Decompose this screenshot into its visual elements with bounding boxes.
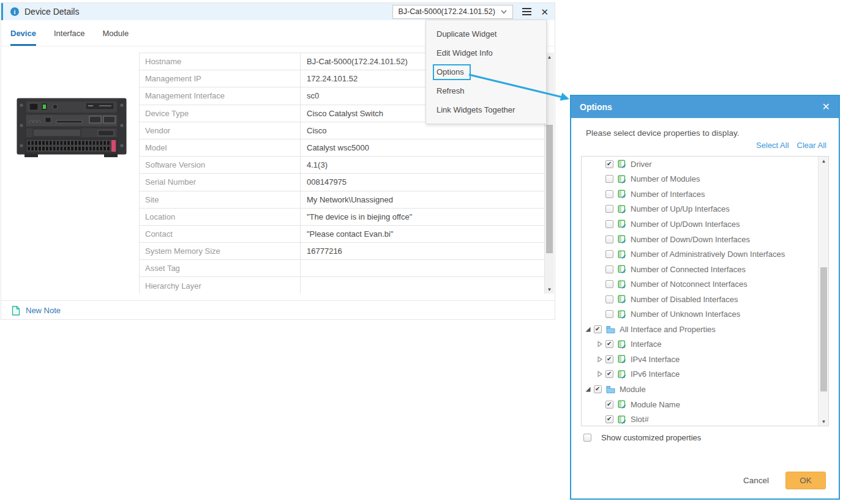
tree-item-label: Number of Modules xyxy=(631,174,700,183)
menu-item-duplicate-widget[interactable]: Duplicate Widget xyxy=(426,24,546,43)
checkbox-driver[interactable] xyxy=(605,160,613,168)
property-label: Vendor xyxy=(140,122,301,139)
property-icon xyxy=(618,400,626,409)
tree-item-label: Interface xyxy=(631,339,662,349)
checkbox-module[interactable] xyxy=(594,385,602,393)
menu-item-link-widgets-together[interactable]: Link Widgets Together xyxy=(426,100,546,119)
tree-item-number-of-connected-interfaces: Number of Connected Interfaces xyxy=(582,262,828,277)
widget-close-icon[interactable]: ✕ xyxy=(541,7,549,17)
property-label: Device Type xyxy=(140,105,301,122)
new-note-label: New Note xyxy=(26,306,61,315)
property-label: System Memory Size xyxy=(140,243,301,259)
tree-item-label: IPv4 Interface xyxy=(631,355,680,364)
checkbox-number-of-connected-interfaces[interactable] xyxy=(605,265,613,273)
property-label: Contact xyxy=(140,226,301,242)
property-icon xyxy=(618,370,626,379)
checkbox-number-of-administratively-down-interfaces[interactable] xyxy=(605,250,613,258)
properties-tree: DriverNumber of ModulesNumber of Interfa… xyxy=(581,156,829,426)
table-row: Serial Number008147975 xyxy=(140,174,544,191)
checkbox-slot[interactable] xyxy=(605,415,613,423)
property-value: 4.1(3) xyxy=(301,157,544,173)
collapse-icon[interactable] xyxy=(584,385,592,393)
checkbox-number-of-up-down-interfaces[interactable] xyxy=(605,220,613,228)
widget-menu-icon[interactable] xyxy=(521,7,533,17)
checkbox-number-of-notconnect-interfaces[interactable] xyxy=(605,280,613,288)
expand-icon[interactable] xyxy=(596,370,604,378)
options-dialog: Options ✕ Please select device propertie… xyxy=(570,95,840,500)
checkbox-number-of-down-down-interfaces[interactable] xyxy=(605,235,613,243)
show-customized-checkbox[interactable] xyxy=(583,434,591,442)
tree-item-module-name: Module Name xyxy=(582,397,828,412)
checkbox-ipv4-interface[interactable] xyxy=(605,355,613,363)
ok-button[interactable]: OK xyxy=(785,472,826,489)
menu-item-edit-widget-info[interactable]: Edit Widget Info xyxy=(426,43,546,62)
tree-item-number-of-unknown-interfaces: Number of Unknown Interfaces xyxy=(582,306,828,322)
property-value xyxy=(301,277,544,294)
tree-item-number-of-up-down-interfaces: Number of Up/Down Interfaces xyxy=(582,217,828,232)
tree-spacer xyxy=(596,310,604,318)
scrollbar-thumb[interactable] xyxy=(546,125,553,253)
tree-spacer xyxy=(596,205,604,213)
property-value: "Please contact Evan.bi" xyxy=(301,226,544,242)
folder-icon xyxy=(606,385,615,393)
tree-item-number-of-modules: Number of Modules xyxy=(582,172,828,187)
property-icon xyxy=(618,280,626,289)
tree-item-ipv4-interface: IPv4 Interface xyxy=(582,352,828,367)
table-row: Contact"Please contact Evan.bi" xyxy=(140,226,544,243)
property-label: Model xyxy=(140,139,301,156)
expand-icon[interactable] xyxy=(596,340,604,348)
tab-device[interactable]: Device xyxy=(10,20,36,46)
checkbox-number-of-disabled-interfaces[interactable] xyxy=(605,295,613,303)
scroll-up-icon[interactable]: ▲ xyxy=(819,157,829,165)
checkbox-module-name[interactable] xyxy=(605,401,613,409)
folder-icon xyxy=(606,325,615,333)
checkbox-number-of-modules[interactable] xyxy=(605,175,613,183)
widget-title: Device Details xyxy=(24,7,79,17)
widget-header: i Device Details BJ-Cat-5000(172.24.101.… xyxy=(1,3,555,20)
tree-item-label: Number of Disabled Interfaces xyxy=(631,295,738,304)
expand-icon[interactable] xyxy=(596,355,604,363)
tab-module[interactable]: Module xyxy=(103,20,129,46)
widget-context-menu: Duplicate WidgetEdit Widget InfoOptionsR… xyxy=(425,20,547,124)
property-icon xyxy=(618,295,626,303)
dialog-close-icon[interactable]: ✕ xyxy=(822,102,830,112)
property-icon xyxy=(618,340,626,349)
table-row: SiteMy Network\Unassigned xyxy=(140,191,544,209)
clear-all-link[interactable]: Clear All xyxy=(797,141,826,150)
checkbox-number-of-up-up-interfaces[interactable] xyxy=(605,205,613,213)
tree-item-label: Number of Down/Down Interfaces xyxy=(631,235,750,244)
scrollbar-thumb[interactable] xyxy=(820,267,827,391)
checkbox-interface[interactable] xyxy=(605,340,613,348)
tree-spacer xyxy=(596,235,604,243)
tree-spacer xyxy=(596,295,604,303)
checkbox-number-of-unknown-interfaces[interactable] xyxy=(605,310,613,318)
select-all-link[interactable]: Select All xyxy=(756,141,789,150)
info-icon: i xyxy=(10,7,19,16)
new-note-button[interactable]: New Note xyxy=(12,306,61,316)
property-label: Site xyxy=(140,191,301,208)
table-row: Asset Tag xyxy=(140,260,544,277)
menu-item-options[interactable]: Options xyxy=(426,62,546,81)
cancel-button[interactable]: Cancel xyxy=(743,476,769,485)
menu-item-refresh[interactable]: Refresh xyxy=(426,81,546,100)
scroll-down-icon[interactable]: ▼ xyxy=(819,417,829,426)
checkbox-number-of-interfaces[interactable] xyxy=(605,190,613,198)
tab-interface[interactable]: Interface xyxy=(54,20,85,46)
property-icon xyxy=(618,160,626,168)
tree-item-label: Module xyxy=(620,385,646,394)
chevron-down-icon xyxy=(500,9,508,15)
scroll-down-icon[interactable]: ▼ xyxy=(545,285,554,294)
device-selector[interactable]: BJ-Cat-5000(172.24.101.52) xyxy=(392,5,513,19)
tree-scrollbar[interactable]: ▲ ▼ xyxy=(818,157,828,426)
tree-item-label: Number of Up/Up Interfaces xyxy=(631,204,730,213)
property-label: Management Interface xyxy=(140,87,301,104)
collapse-icon[interactable] xyxy=(584,325,592,333)
checkbox-all-interface-and-properties[interactable] xyxy=(594,325,602,333)
property-icon xyxy=(618,265,626,273)
tree-item-label: Number of Interfaces xyxy=(631,190,705,199)
checkbox-ipv6-interface[interactable] xyxy=(605,370,613,378)
tree-spacer xyxy=(596,220,604,228)
tree-item-number-of-interfaces: Number of Interfaces xyxy=(582,187,828,202)
show-customized-label: Show customized properties xyxy=(601,433,701,442)
tree-item-slot: Slot# xyxy=(582,412,828,426)
